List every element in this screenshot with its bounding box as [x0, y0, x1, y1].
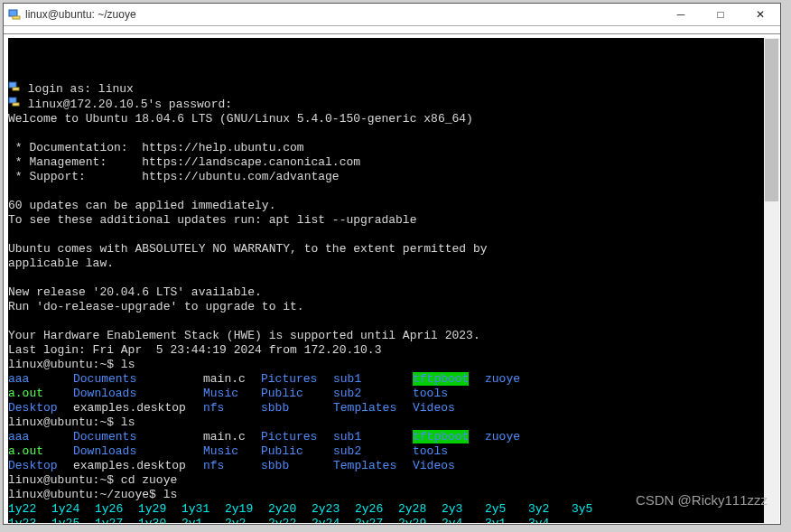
terminal-content: login as: linux linux@172.20.10.5's pass…: [8, 67, 779, 523]
login-user: linux: [98, 82, 134, 96]
ls-item: 2y26: [355, 502, 398, 517]
ls-item: Documents: [73, 372, 203, 387]
ls-item: Videos: [413, 459, 455, 472]
newrelease-line-2: Run 'do-release-upgrade' to upgrade to i…: [8, 300, 304, 313]
lastlogin-line: Last login: Fri Apr 5 23:44:19 2024 from…: [8, 343, 381, 357]
mgmt-url: https://landscape.canonical.com: [142, 155, 360, 169]
welcome-line: Welcome to Ubuntu 18.04.6 LTS (GNU/Linux…: [8, 112, 473, 126]
ls-item: sub1: [333, 430, 413, 444]
prompt-home: linux@ubuntu:~$: [8, 415, 121, 429]
newrelease-line-1: New release '20.04.6 LTS' available.: [8, 285, 262, 299]
cmd-ls: ls: [121, 415, 135, 429]
putty-icon: [8, 97, 21, 112]
putty-icon: [7, 7, 22, 22]
terminal[interactable]: login as: linux linux@172.20.10.5's pass…: [8, 38, 779, 523]
zuoye-ls-row: 1y221y241y261y291y312y192y202y232y262y28…: [8, 502, 615, 516]
ls-item: 3y1: [485, 517, 528, 523]
ls-item: 1y23: [8, 517, 51, 523]
maximize-button[interactable]: □: [701, 4, 740, 25]
svg-rect-3: [13, 88, 19, 90]
scrollbar-thumb[interactable]: [765, 39, 778, 201]
ls-item: nfs: [203, 401, 261, 415]
window-title: linux@ubuntu: ~/zuoye: [25, 8, 661, 21]
ls-item: Downloads: [73, 444, 203, 459]
ls-item: tftpboot: [413, 372, 469, 386]
updates-line-1: 60 updates can be applied immediately.: [8, 199, 275, 212]
ls-item: tools: [413, 444, 448, 458]
cmd-cd: cd zuoye: [121, 473, 177, 487]
password-prompt: linux@172.20.10.5's password:: [28, 98, 232, 111]
ls-item: main.c: [203, 430, 261, 444]
scrollbar[interactable]: [764, 38, 779, 523]
titlebar[interactable]: linux@ubuntu: ~/zuoye ─ □ ✕: [4, 4, 780, 26]
ls-item: main.c: [203, 372, 261, 387]
ls-item: 2y23: [312, 502, 355, 517]
minimize-button[interactable]: ─: [661, 4, 701, 25]
ls-item: 2y1: [181, 517, 225, 523]
ls-item: Public: [261, 387, 333, 401]
prompt-home: linux@ubuntu:~$: [8, 473, 121, 487]
ls-item: Downloads: [73, 387, 203, 401]
ls-item: 2y29: [398, 517, 442, 523]
ls-item: 3y4: [528, 517, 572, 523]
ls-item: a.out: [8, 387, 73, 401]
ls-item: 2y24: [312, 517, 355, 523]
doc-label: * Documentation:: [8, 141, 142, 154]
sup-label: * Support:: [8, 170, 142, 183]
ls-item: Public: [261, 444, 333, 459]
ls-item: aaa: [8, 430, 73, 444]
ls-item: sbbb: [261, 459, 333, 473]
ls-item: 2y4: [442, 517, 485, 523]
ls-item: Documents: [73, 430, 203, 444]
putty-icon: [8, 81, 21, 97]
ls-item: 2y27: [355, 517, 398, 523]
warranty-line-2: applicable law.: [8, 257, 114, 270]
ls-item: 2y19: [225, 502, 268, 517]
ls-item: 1y29: [138, 502, 181, 517]
ls-item: 3y2: [528, 502, 572, 517]
mgmt-label: * Management:: [8, 155, 142, 169]
prompt-home: linux@ubuntu:~$: [8, 358, 121, 371]
ls-item: 2y20: [268, 502, 312, 517]
prompt-zuoye: linux@ubuntu:~/zuoye$: [8, 488, 163, 501]
zuoye-ls-row: 1y231y251y271y302y12y22y222y242y272y292y…: [8, 517, 572, 523]
ls-item: 1y30: [138, 517, 181, 523]
ls-item: 2y5: [485, 502, 528, 517]
ls-item: Music: [203, 444, 261, 459]
ls-item: 1y27: [95, 517, 138, 523]
svg-rect-0: [9, 10, 17, 16]
login-as-label: login as:: [28, 82, 91, 96]
ls-item: Templates: [333, 401, 413, 415]
ls-item: 2y28: [398, 502, 442, 517]
ls-item: 3y5: [572, 502, 615, 517]
ls-item: Desktop: [8, 459, 73, 473]
ls-item: 1y22: [8, 502, 51, 517]
close-button[interactable]: ✕: [740, 4, 780, 25]
ls-item: examples.desktop: [73, 459, 203, 473]
ls-item: Desktop: [8, 401, 73, 415]
ls-item: sub1: [333, 372, 413, 387]
app-window: linux@ubuntu: ~/zuoye ─ □ ✕ login as: li…: [3, 3, 781, 525]
doc-url: https://help.ubuntu.com: [142, 141, 303, 154]
ls-item: Pictures: [261, 372, 333, 387]
ls-item: 2y22: [268, 517, 312, 523]
svg-rect-5: [13, 103, 19, 106]
ls-item: aaa: [8, 372, 73, 387]
ls-item: 2y2: [225, 517, 268, 523]
ls-item: zuoye: [485, 430, 520, 443]
watermark: CSDN @Ricky111zzz: [636, 492, 768, 508]
cmd-ls: ls: [163, 488, 178, 501]
ls-item: 1y31: [181, 502, 225, 517]
ls-item: 1y24: [51, 502, 95, 517]
ls-item: sbbb: [261, 401, 333, 415]
ls-item: 1y26: [95, 502, 138, 517]
ls-item: examples.desktop: [73, 401, 203, 415]
ls-item: sub2: [333, 444, 413, 459]
ls-item: Videos: [413, 401, 455, 415]
svg-rect-2: [9, 82, 16, 88]
ls-item: tftpboot: [413, 430, 469, 443]
ls-item: Templates: [333, 459, 413, 473]
svg-rect-1: [13, 16, 20, 19]
ls-item: zuoye: [485, 372, 520, 386]
sup-url: https://ubuntu.com/advantage: [142, 170, 339, 183]
